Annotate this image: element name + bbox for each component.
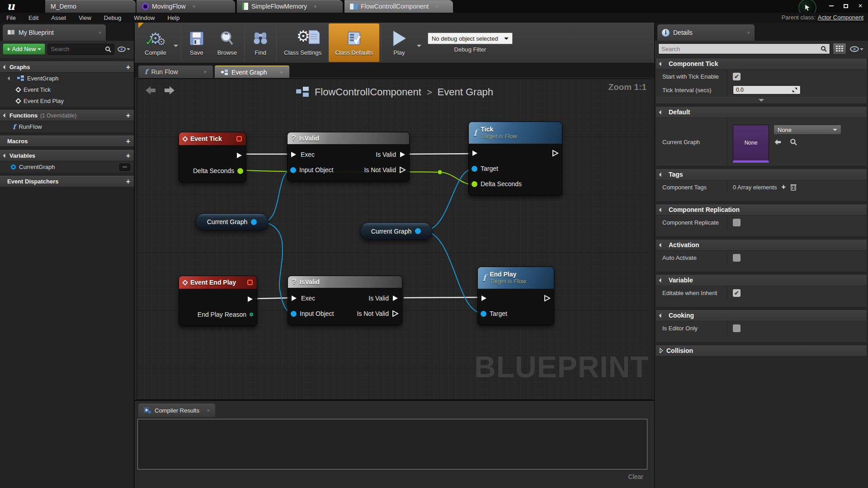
exec-out-pin[interactable] <box>392 295 399 302</box>
play-options-caret[interactable] <box>417 45 421 49</box>
play-button[interactable]: Play <box>382 23 416 63</box>
exec-out-pin-hollow[interactable] <box>552 150 559 157</box>
minimize-button[interactable] <box>826 1 837 10</box>
delegate-pin-icon[interactable] <box>247 280 253 285</box>
exec-out-pin[interactable] <box>236 152 243 159</box>
asset-tab-movingflow[interactable]: MovingFlow × <box>137 0 235 13</box>
debug-object-dropdown[interactable]: No debug object selected <box>428 33 513 44</box>
close-icon[interactable]: × <box>747 30 750 35</box>
class-defaults-button[interactable]: Class Defaults <box>329 23 379 62</box>
parent-class-link[interactable]: Actor Component <box>818 14 863 21</box>
node-header[interactable]: f End Play Target is Flow <box>478 267 554 289</box>
section-header[interactable]: Cooking <box>656 310 867 321</box>
checkbox-unchecked[interactable] <box>733 324 741 332</box>
close-icon[interactable]: × <box>314 4 316 9</box>
node-header[interactable]: f Tick Target is Flow <box>469 122 562 144</box>
checkbox-checked[interactable]: ✔ <box>733 289 741 297</box>
maximize-button[interactable] <box>840 1 852 10</box>
close-icon[interactable]: × <box>204 69 207 75</box>
float-pin[interactable] <box>472 181 477 187</box>
section-header[interactable]: Variable <box>656 275 867 286</box>
graph-tab-eventgraph[interactable]: Event Graph × <box>215 66 289 78</box>
asset-tab-mdemo[interactable]: M_Demo <box>45 0 136 13</box>
asset-tab-flowcontrollcomponent[interactable]: FlowControllComponent × <box>344 0 453 13</box>
node-header[interactable]: Event End Play <box>179 276 257 289</box>
tree-item-eventgraph[interactable]: EventGraph <box>0 73 134 84</box>
delegate-pin-icon[interactable] <box>236 136 242 141</box>
section-header-collapsed[interactable]: Collision <box>656 345 867 357</box>
node-event-tick[interactable]: Event Tick Delta Seconds <box>179 132 246 183</box>
node-tick[interactable]: f Tick Target is Flow Target <box>468 122 562 196</box>
exec-in-pin[interactable] <box>481 295 488 302</box>
macros-header[interactable]: Macros + <box>0 136 134 147</box>
section-header[interactable]: Tags <box>656 169 867 180</box>
close-icon[interactable]: × <box>207 408 210 413</box>
exec-out-pin-hollow[interactable] <box>392 310 399 317</box>
event-graph-canvas[interactable]: FlowControllComponent > Event Graph Zoom… <box>137 78 652 400</box>
close-icon[interactable]: × <box>99 30 101 35</box>
node-header[interactable]: Event Tick <box>179 132 246 145</box>
exec-out-pin[interactable] <box>247 296 254 303</box>
close-icon[interactable]: × <box>193 4 195 9</box>
functions-header[interactable]: Functions (1 Overridable) + <box>0 110 134 121</box>
node-current-graph-getter-2[interactable]: Current Graph <box>360 222 432 240</box>
node-isvalid-bottom[interactable]: ? IsValid Exec Is Valid Input Object <box>288 276 402 325</box>
class-settings-button[interactable]: ⚙ Class Settings <box>278 23 328 63</box>
asset-thumbnail[interactable]: None <box>733 125 769 163</box>
menu-view[interactable]: View <box>72 14 98 21</box>
use-selected-arrow-icon[interactable] <box>774 139 783 145</box>
node-header[interactable]: ? IsValid <box>288 132 409 144</box>
close-button[interactable]: ✕ <box>854 1 866 10</box>
checkbox-unchecked[interactable] <box>733 219 741 226</box>
wire-exec-isvalid-endplay[interactable] <box>404 297 482 298</box>
node-end-play[interactable]: f End Play Target is Flow Target <box>477 267 554 325</box>
node-isvalid-top[interactable]: ? IsValid Exec Is Valid Input Object <box>287 132 410 182</box>
node-header[interactable]: ? IsValid <box>288 276 402 288</box>
object-pin[interactable] <box>251 219 257 225</box>
compiler-results-output[interactable] <box>137 419 647 469</box>
object-pin[interactable] <box>415 228 421 234</box>
close-icon[interactable]: × <box>280 70 283 75</box>
node-current-graph-getter-1[interactable]: Current Graph <box>195 213 269 230</box>
menu-help[interactable]: Help <box>161 14 186 21</box>
exec-out-pin-hollow[interactable] <box>399 166 406 174</box>
add-variable-button[interactable]: + <box>126 152 130 160</box>
wire-object-currentgraph-endplay-target[interactable] <box>425 231 482 313</box>
advanced-expander[interactable] <box>656 97 867 103</box>
asset-select-dropdown[interactable]: None <box>774 125 841 135</box>
variable-visibility-toggle[interactable] <box>119 164 130 171</box>
asset-tab-simpleflowmemory[interactable]: SimpleFlowMemory × <box>237 0 343 13</box>
compile-options-caret[interactable] <box>174 45 178 49</box>
details-view-options[interactable] <box>849 45 864 53</box>
menu-debug[interactable]: Debug <box>98 14 127 21</box>
variables-header[interactable]: Variables + <box>0 150 134 161</box>
exec-in-pin[interactable] <box>472 150 479 157</box>
tick-interval-field[interactable]: 0.0 <box>733 85 801 94</box>
object-pin[interactable] <box>290 167 296 173</box>
tree-item-currentgraph[interactable]: CurrentGraph <box>0 161 134 173</box>
wire-object-currentgraph-tick-target[interactable] <box>425 169 472 231</box>
add-dispatcher-button[interactable]: + <box>126 178 130 186</box>
tree-item-event-end-play[interactable]: Event End Play <box>0 95 134 107</box>
add-element-button[interactable]: + <box>782 183 786 191</box>
enum-pin[interactable] <box>250 313 253 316</box>
visibility-filter-button[interactable] <box>117 45 131 53</box>
section-header[interactable]: Activation <box>656 239 867 251</box>
browse-button[interactable]: Browse <box>211 23 243 63</box>
object-pin[interactable] <box>291 311 297 317</box>
details-tab[interactable]: i Details × <box>657 24 755 41</box>
exec-in-pin[interactable] <box>290 151 297 158</box>
graphs-header[interactable]: Graphs + <box>0 61 134 73</box>
save-button[interactable]: Save <box>182 23 211 63</box>
float-pin[interactable] <box>237 168 243 174</box>
close-icon[interactable]: × <box>435 4 438 9</box>
property-matrix-button[interactable] <box>833 43 846 55</box>
add-macro-button[interactable]: + <box>126 137 130 145</box>
menu-window[interactable]: Window <box>127 14 161 21</box>
exec-out-pin-hollow[interactable] <box>544 295 551 302</box>
section-header[interactable]: Component Tick <box>656 58 867 70</box>
browse-to-asset-icon[interactable] <box>790 138 797 145</box>
graph-tab-runflow[interactable]: f Run Flow × <box>138 66 213 78</box>
exec-out-pin[interactable] <box>399 151 406 158</box>
wire-exec-isvalid-tick[interactable] <box>408 154 474 154</box>
